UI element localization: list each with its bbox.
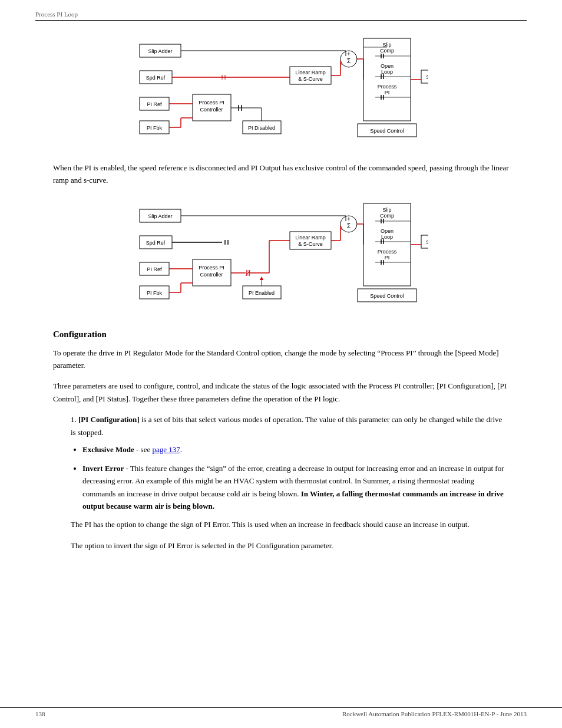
svg-text:Process: Process [378,249,397,255]
bullet-list: Exclusive Mode - see page 137. Invert Er… [82,443,509,512]
diagram1-svg: Slip Adder Spd Ref PI Ref PI Fbk Process… [134,32,428,150]
numbered-list: 1. [PI Configuration] is a set of bits t… [71,413,509,552]
svg-text:Comp: Comp [380,48,394,54]
svg-marker-121 [260,276,263,280]
svg-text:+: + [347,216,351,222]
description-text: When the PI is enabled, the speed refere… [53,162,509,187]
svg-text:PI Enabled: PI Enabled [249,290,275,296]
configuration-heading: Configuration [53,330,509,340]
svg-text:Controller: Controller [200,272,223,278]
svg-text:+: + [347,51,351,57]
svg-text:Σ: Σ [347,223,351,229]
svg-text:Speed Control: Speed Control [370,293,404,299]
svg-text:Slip: Slip [382,42,391,48]
invert-para2: The option to invert the sign of PI Erro… [71,539,491,552]
page-header: Process PI Loop [35,11,527,21]
page-number: 138 [35,710,45,717]
svg-text:Process PI: Process PI [199,100,224,106]
page-container: Process PI Loop Slip Adder Spd Ref PI Re… [0,0,562,728]
svg-text:Spd Ref: Spd Ref [146,75,166,81]
bullet-invert-error: Invert Error - This feature changes the … [82,462,509,513]
invert-para1: The PI has the option to change the sign… [71,518,491,531]
svg-text:Slip: Slip [382,207,391,213]
svg-text:Spd Cmd: Spd Cmd [426,239,428,245]
svg-text:PI Ref: PI Ref [147,266,162,272]
config-para2: Three parameters are used to configure, … [53,380,509,405]
svg-text:PI Fbk: PI Fbk [147,290,163,296]
svg-text:Slip Adder: Slip Adder [148,48,172,54]
svg-text:Speed Control: Speed Control [370,128,404,134]
svg-text:Linear Ramp: Linear Ramp [295,70,326,75]
svg-text:PI: PI [385,90,390,95]
svg-text:Linear Ramp: Linear Ramp [295,235,326,241]
svg-text:Spd Ref: Spd Ref [146,240,166,246]
list-item-1: 1. [PI Configuration] is a set of bits t… [71,413,509,552]
svg-text:& S-Curve: & S-Curve [298,241,323,247]
svg-text:Open: Open [381,63,394,69]
svg-text:Loop: Loop [381,69,393,75]
svg-text:Σ: Σ [347,58,351,64]
svg-text:Loop: Loop [381,234,393,240]
diagram2-svg: Slip Adder Spd Ref PI Ref PI Fbk Process… [134,197,428,315]
publication-info: Rockwell Automation Publication PFLEX-RM… [342,710,527,717]
diagram1-container: Slip Adder Spd Ref PI Ref PI Fbk Process… [35,32,527,150]
svg-text:Comp: Comp [380,213,394,219]
svg-text:Open: Open [381,228,394,234]
svg-text:PI: PI [385,255,390,261]
header-label: Process PI Loop [35,11,78,18]
svg-text:Process: Process [378,84,397,90]
svg-text:Slip Adder: Slip Adder [148,213,172,219]
svg-text:& S-Curve: & S-Curve [298,76,323,82]
config-para1: To operate the drive in PI Regulator Mod… [53,347,509,372]
diagram2-container: Slip Adder Spd Ref PI Ref PI Fbk Process… [35,197,527,315]
svg-text:PI Fbk: PI Fbk [147,125,163,131]
bullet-exclusive-mode: Exclusive Mode - see page 137. [82,443,509,456]
page-footer: 138 Rockwell Automation Publication PFLE… [0,707,562,717]
svg-text:Spd Cmd: Spd Cmd [426,74,428,80]
svg-text:PI Ref: PI Ref [147,101,162,107]
svg-text:PI Disabled: PI Disabled [248,125,275,131]
svg-text:Process PI: Process PI [199,265,224,271]
svg-text:Controller: Controller [200,107,223,113]
page-137-link[interactable]: page 137 [152,445,180,454]
